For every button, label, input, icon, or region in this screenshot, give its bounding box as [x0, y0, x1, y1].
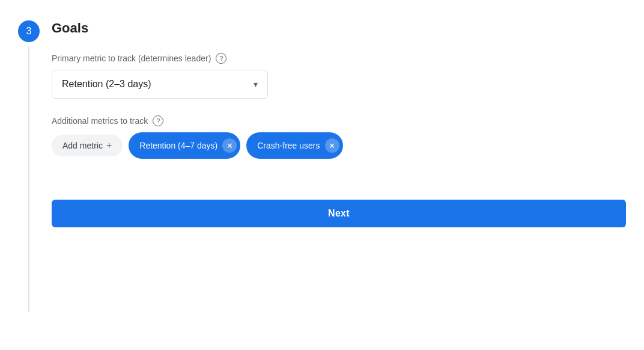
chip-crash-free-users-remove-button[interactable]: ✕	[325, 138, 339, 153]
step-circle: 3	[18, 20, 40, 42]
content-area: Goals Primary metric to track (determine…	[52, 18, 626, 227]
additional-metrics-label-text: Additional metrics to track	[52, 116, 148, 126]
chip-crash-free-users-label: Crash-free users	[257, 141, 320, 150]
chip-crash-free-users-close-icon: ✕	[329, 141, 335, 150]
additional-metrics-label: Additional metrics to track ?	[52, 115, 626, 126]
next-button[interactable]: Next	[52, 200, 626, 227]
add-metric-label: Add metric	[62, 141, 103, 150]
step-line	[28, 47, 29, 312]
primary-metric-dropdown[interactable]: Retention (2–3 days) ▾	[52, 70, 268, 99]
dropdown-arrow-icon: ▾	[254, 79, 258, 89]
dropdown-selected-value: Retention (2–3 days)	[62, 79, 151, 90]
chip-retention-4-7-close-icon: ✕	[226, 141, 233, 150]
metrics-row: Add metric + Retention (4–7 days) ✕ Cras…	[52, 132, 626, 159]
primary-metric-label: Primary metric to track (determines lead…	[52, 53, 626, 64]
section-title: Goals	[52, 20, 626, 36]
step-indicator: 3	[18, 20, 40, 312]
primary-metric-label-text: Primary metric to track (determines lead…	[52, 54, 211, 63]
primary-metric-help-icon[interactable]: ?	[216, 53, 226, 64]
additional-metrics-section: Additional metrics to track ? Add metric…	[52, 115, 626, 159]
primary-metric-section: Primary metric to track (determines lead…	[52, 53, 626, 99]
page-container: 3 Goals Primary metric to track (determi…	[0, 12, 644, 318]
add-metric-plus-icon: +	[106, 141, 112, 150]
chip-retention-4-7-label: Retention (4–7 days)	[139, 141, 217, 150]
chip-retention-4-7-remove-button[interactable]: ✕	[222, 138, 237, 153]
chip-retention-4-7: Retention (4–7 days) ✕	[129, 132, 240, 159]
chip-crash-free-users: Crash-free users ✕	[246, 132, 342, 159]
add-metric-button[interactable]: Add metric +	[52, 135, 123, 156]
additional-metrics-help-icon[interactable]: ?	[153, 115, 163, 126]
